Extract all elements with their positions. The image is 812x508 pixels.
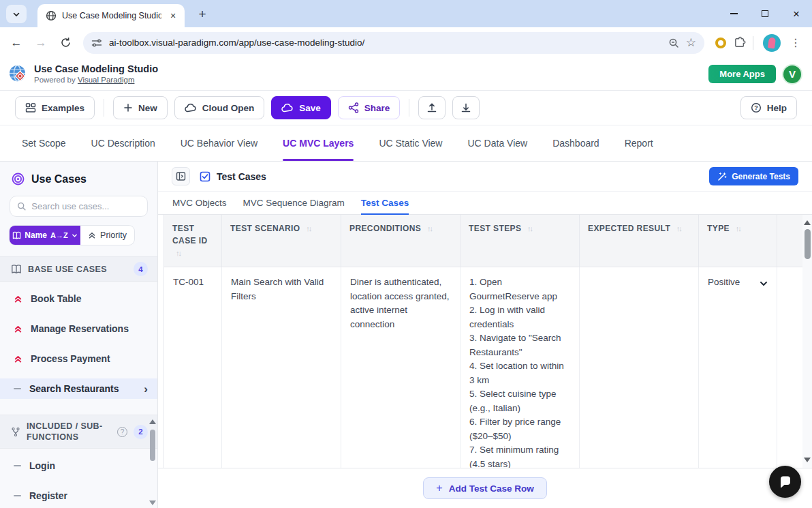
scroll-down-icon[interactable] [804, 458, 811, 462]
sidebar-item-book-table[interactable]: Book Table [0, 288, 157, 309]
account-avatar[interactable]: V [782, 64, 802, 85]
examples-button[interactable]: Examples [15, 96, 95, 119]
tab-search-button[interactable] [6, 5, 27, 23]
new-tab-button[interactable]: + [193, 5, 211, 23]
scroll-up-icon[interactable] [804, 220, 811, 225]
zoom-indicator-icon[interactable] [668, 38, 679, 48]
cell-test-scenario[interactable]: Main Search with Valid Filters [222, 267, 341, 468]
nav-tab-uc-data-view[interactable]: UC Data View [467, 125, 527, 161]
cell-actions [777, 267, 803, 468]
sort-icon[interactable]: ↑↓ [527, 224, 532, 233]
cell-expected-result[interactable] [580, 267, 699, 468]
reload-icon [60, 37, 72, 48]
sort-icon[interactable]: ↑↓ [736, 224, 740, 233]
section-included-sub-functions[interactable]: INCLUDED / SUB-FUNCTIONS ? 2 [0, 415, 157, 449]
visual-paradigm-link[interactable]: Visual Paradigm [78, 76, 135, 84]
search-input[interactable] [31, 201, 140, 211]
generate-tests-button[interactable]: Generate Tests [709, 167, 798, 185]
subtab-mvc-sequence-diagram[interactable]: MVC Sequence Diagram [243, 192, 345, 214]
scrollbar-thumb[interactable] [805, 229, 811, 259]
url-text[interactable]: ai-toolbox.visual-paradigm.com/app/use-c… [109, 38, 661, 48]
more-apps-button[interactable]: More Apps [708, 65, 776, 83]
maximize-button[interactable] [749, 0, 781, 27]
browser-menu-button[interactable]: ⋮ [786, 36, 805, 49]
forward-button[interactable]: → [30, 32, 52, 54]
help-button[interactable]: ? Help [740, 96, 797, 119]
question-icon[interactable]: ? [117, 427, 127, 437]
import-button[interactable] [418, 96, 446, 119]
reload-button[interactable] [54, 32, 76, 54]
column-header-test-case-id[interactable]: TEST CASE ID ↑↓ [164, 215, 222, 267]
cell-test-case-id[interactable]: TC-001 [164, 267, 222, 468]
sidebar-item-process-payment[interactable]: Process Payment [0, 348, 157, 369]
scroll-down-icon[interactable] [149, 500, 156, 505]
sidebar-item-search-restaurants[interactable]: Search Restaurants › [0, 378, 157, 399]
search-box [10, 196, 148, 217]
chat-widget-button[interactable] [769, 466, 801, 498]
nav-tab-set-scope[interactable]: Set Scope [22, 125, 66, 161]
branch-icon [11, 427, 20, 437]
tab-close-button[interactable]: × [167, 10, 179, 22]
panel-toggle-icon [176, 171, 186, 181]
share-button[interactable]: Share [338, 96, 401, 119]
save-button[interactable]: Save [271, 96, 331, 119]
nav-tab-uc-behavior-view[interactable]: UC Behavior View [181, 125, 257, 161]
column-header-test-steps[interactable]: TEST STEPS ↑↓ [460, 215, 580, 267]
sidebar-title: Use Cases [31, 173, 87, 185]
sort-icon[interactable]: ↑↓ [176, 249, 181, 257]
scroll-up-icon[interactable] [149, 419, 156, 424]
column-header-type[interactable]: TYPE ↑↓ [699, 215, 777, 267]
table-header-row: TEST CASE ID ↑↓ TEST SCENARIO ↑↓ PRECOND… [163, 215, 812, 267]
dots-icon: ⋮ [790, 37, 801, 48]
sidebar-scrollbar[interactable] [149, 415, 157, 505]
panel-subtabs: MVC Objects MVC Sequence Diagram Test Ca… [158, 192, 812, 215]
new-button[interactable]: New [113, 96, 168, 119]
app-header: Use Case Modeling Studio Powered by Visu… [0, 58, 812, 91]
sidebar-item-register[interactable]: Register [0, 485, 157, 506]
subtab-test-cases[interactable]: Test Cases [361, 192, 409, 214]
nav-tab-dashboard[interactable]: Dashboard [552, 125, 599, 161]
cloud-icon [281, 103, 294, 113]
column-header-test-scenario[interactable]: TEST SCENARIO ↑↓ [222, 215, 341, 267]
extensions-puzzle-icon[interactable] [733, 36, 746, 49]
close-window-button[interactable]: × [781, 0, 812, 27]
collapse-sidebar-button[interactable] [172, 167, 190, 185]
minimize-button[interactable] [718, 0, 749, 27]
help-icon: ? [751, 102, 762, 113]
column-header-expected-result[interactable]: EXPECTED RESULT ↑↓ [580, 215, 699, 267]
sort-icon[interactable]: ↑↓ [427, 224, 432, 233]
table-row[interactable]: TC-001 Main Search with Valid Filters Di… [163, 267, 812, 468]
profile-avatar[interactable] [763, 34, 781, 52]
sort-icon[interactable]: ↑↓ [306, 224, 311, 233]
nav-tab-report[interactable]: Report [625, 125, 653, 161]
share-icon [348, 102, 359, 113]
cloud-open-button[interactable]: Cloud Open [174, 96, 265, 119]
table-scrollbar[interactable] [802, 215, 812, 468]
cell-preconditions[interactable]: Diner is authenticated, location access … [341, 267, 460, 468]
bookmark-star-icon[interactable]: ☆ [686, 35, 696, 50]
sidebar-item-manage-reservations[interactable]: Manage Reservations [0, 318, 157, 339]
export-button[interactable] [452, 96, 480, 119]
column-header-preconditions[interactable]: PRECONDITIONS ↑↓ [341, 215, 460, 267]
scrollbar-thumb[interactable] [150, 430, 155, 461]
browser-tab[interactable]: Use Case Modeling Studio × [37, 4, 185, 27]
close-icon: × [170, 10, 176, 21]
back-button[interactable]: ← [5, 32, 27, 54]
sort-icon[interactable]: ↑↓ [676, 224, 681, 233]
priority-high-icon [14, 295, 22, 303]
nav-tab-uc-static-view[interactable]: UC Static View [379, 125, 442, 161]
search-icon [17, 201, 26, 211]
nav-tab-uc-description[interactable]: UC Description [91, 125, 155, 161]
sort-by-name-button[interactable]: Name A→Z [10, 226, 80, 245]
tab-title: Use Case Modeling Studio [62, 11, 161, 20]
section-base-use-cases[interactable]: BASE USE CASES 4 [0, 256, 157, 282]
sort-by-priority-button[interactable]: Priority [80, 226, 134, 245]
extension-icon[interactable] [715, 38, 726, 48]
address-bar[interactable]: ai-toolbox.visual-paradigm.com/app/use-c… [83, 32, 704, 54]
nav-tab-uc-mvc-layers[interactable]: UC MVC Layers [283, 125, 354, 161]
add-test-case-row-button[interactable]: + Add Test Case Row [423, 477, 546, 499]
type-select[interactable]: Positive [699, 267, 777, 468]
sidebar-item-login[interactable]: Login [0, 455, 157, 476]
cell-test-steps[interactable]: 1. Open GourmetReserve app 2. Log in wit… [460, 267, 580, 468]
subtab-mvc-objects[interactable]: MVC Objects [172, 192, 227, 214]
